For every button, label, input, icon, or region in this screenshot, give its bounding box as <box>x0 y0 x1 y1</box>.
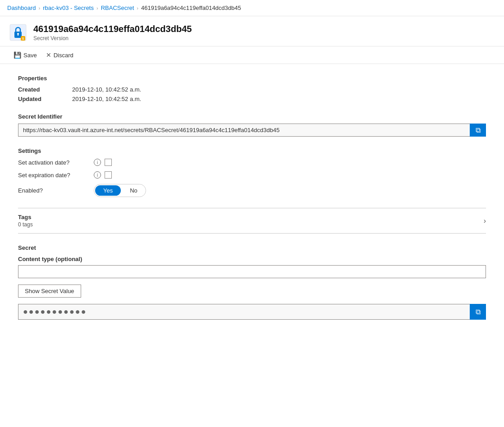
properties-section-label: Properties <box>18 75 486 82</box>
breadcrumb-version: 461919a6a94c4c119effa014dcd3db45 <box>141 5 241 11</box>
secret-masked-value: ●●●●●●●●●●● <box>18 304 470 320</box>
breadcrumb-secrets[interactable]: rbac-kv03 - Secrets <box>43 5 94 11</box>
properties-grid: Created 2019-12-10, 10:42:52 a.m. Update… <box>18 86 486 102</box>
tags-chevron-icon: › <box>484 217 486 225</box>
breadcrumb-sep-2: › <box>96 5 98 11</box>
save-label: Save <box>23 52 37 59</box>
secret-identifier-input[interactable] <box>18 124 470 137</box>
settings-section: Settings Set activation date? i Set expi… <box>18 147 486 197</box>
secret-identifier-label: Secret Identifier <box>18 113 486 120</box>
copy-secret-value-button[interactable]: ⧉ <box>470 304 486 320</box>
secret-value-row: ●●●●●●●●●●● ⧉ <box>18 304 486 320</box>
activation-info-icon[interactable]: i <box>94 159 101 166</box>
copy-secret-icon: ⧉ <box>476 308 481 316</box>
tags-row[interactable]: Tags 0 tags › <box>18 208 486 234</box>
breadcrumb: Dashboard › rbac-kv03 - Secrets › RBACSe… <box>0 0 504 16</box>
copy-secret-id-button[interactable]: ⧉ <box>470 124 486 137</box>
settings-section-label: Settings <box>18 147 486 154</box>
svg-text:$: $ <box>22 37 24 41</box>
created-key: Created <box>18 86 63 93</box>
breadcrumb-sep-3: › <box>137 5 138 11</box>
save-icon: 💾 <box>14 51 21 59</box>
page-title: 461919a6a94c4c119effa014dcd3db45 <box>33 23 192 34</box>
breadcrumb-sep-1: › <box>39 5 41 11</box>
expiration-date-checkbox[interactable] <box>105 171 112 179</box>
copy-icon: ⧉ <box>476 126 481 134</box>
expiration-date-row: Set expiration date? i <box>18 171 486 179</box>
expiration-info-icon[interactable]: i <box>94 171 101 179</box>
discard-icon: ✕ <box>46 51 51 59</box>
discard-label: Discard <box>54 52 73 59</box>
secret-identifier-row: ⧉ <box>18 124 486 137</box>
secret-section-label: Secret <box>18 244 486 251</box>
activation-date-row: Set activation date? i <box>18 159 486 166</box>
key-vault-icon: $ <box>9 23 27 41</box>
content-type-input[interactable] <box>18 265 486 278</box>
secret-section: Secret Content type (optional) Show Secr… <box>18 244 486 320</box>
page-subtitle: Secret Version <box>33 35 192 41</box>
breadcrumb-rbac-secret[interactable]: RBACSecret <box>101 5 134 11</box>
tags-count: 0 tags <box>18 221 33 228</box>
enabled-label: Enabled? <box>18 187 90 194</box>
created-value: 2019-12-10, 10:42:52 a.m. <box>72 86 486 93</box>
breadcrumb-dashboard[interactable]: Dashboard <box>7 5 36 11</box>
content-type-label: Content type (optional) <box>18 256 486 262</box>
toolbar: 💾 Save ✕ Discard <box>0 46 504 64</box>
activation-date-label: Set activation date? <box>18 159 90 166</box>
activation-date-checkbox[interactable] <box>105 159 112 166</box>
secret-identifier-section: Secret Identifier ⧉ <box>18 113 486 137</box>
expiration-date-label: Set expiration date? <box>18 172 90 179</box>
save-button[interactable]: 💾 Save <box>9 49 41 61</box>
updated-key: Updated <box>18 96 63 102</box>
main-content: Properties Created 2019-12-10, 10:42:52 … <box>0 64 504 331</box>
page-header: $ 461919a6a94c4c119effa014dcd3db45 Secre… <box>0 16 504 46</box>
svg-rect-3 <box>18 34 18 36</box>
show-secret-button[interactable]: Show Secret Value <box>18 285 81 298</box>
tags-info: Tags 0 tags <box>18 214 33 228</box>
toggle-yes-button[interactable]: Yes <box>95 185 121 196</box>
tags-title: Tags <box>18 214 33 220</box>
enabled-row: Enabled? Yes No <box>18 184 486 197</box>
enabled-toggle[interactable]: Yes No <box>94 184 146 197</box>
updated-value: 2019-12-10, 10:42:52 a.m. <box>72 96 486 102</box>
toggle-no-button[interactable]: No <box>122 185 146 196</box>
page-title-group: 461919a6a94c4c119effa014dcd3db45 Secret … <box>33 23 192 41</box>
discard-button[interactable]: ✕ Discard <box>41 49 78 61</box>
